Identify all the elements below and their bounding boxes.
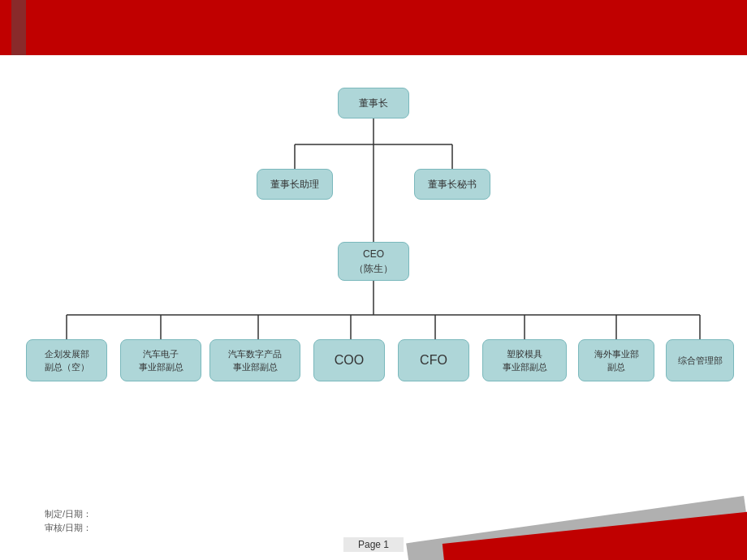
plastic-label: 塑胶模具 事业部副总 — [503, 347, 547, 374]
node-coo: COO — [313, 339, 385, 381]
header-stripe — [11, 0, 26, 55]
header-bar — [0, 0, 747, 55]
footer-page-number: Page 1 — [343, 537, 404, 552]
node-plastic: 塑胶模具 事业部副总 — [482, 339, 567, 381]
node-chairman: 董事长 — [338, 88, 409, 118]
secretary-label: 董事长秘书 — [428, 177, 477, 192]
chairman-label: 董事长 — [359, 96, 388, 110]
footer-bar: 制定/日期： 审核/日期： Page 1 — [0, 487, 747, 560]
general-label: 综合管理部 — [678, 354, 723, 368]
footer-shenhe: 审核/日期： — [45, 521, 92, 536]
cfo-label: CFO — [420, 351, 447, 370]
assistant-label: 董事长助理 — [270, 177, 319, 192]
node-cfo: CFO — [398, 339, 469, 381]
node-auto-elec: 汽车电子 事业部副总 — [120, 339, 201, 381]
node-planning: 企划发展部 副总（空） — [26, 339, 107, 381]
node-secretary: 董事长秘书 — [414, 169, 490, 200]
footer-meta: 制定/日期： 审核/日期： — [45, 507, 92, 536]
overseas-label: 海外事业部 副总 — [594, 347, 639, 374]
planning-label: 企划发展部 副总（空） — [45, 347, 89, 374]
footer-zhiding: 制定/日期： — [45, 507, 92, 522]
node-auto-digital: 汽车数字产品 事业部副总 — [209, 339, 300, 381]
coo-label: COO — [335, 351, 364, 370]
org-chart-wrapper: 董事长 董事长助理 董事长秘书 CEO （陈生） 企划发展部 副总（空） 汽车电… — [0, 63, 747, 487]
node-general: 综合管理部 — [666, 339, 734, 381]
ceo-label: CEO （陈生） — [354, 247, 393, 276]
auto-digital-label: 汽车数字产品 事业部副总 — [228, 347, 282, 374]
node-assistant: 董事长助理 — [257, 169, 333, 200]
node-overseas: 海外事业部 副总 — [578, 339, 654, 381]
auto-elec-label: 汽车电子 事业部副总 — [139, 347, 184, 374]
node-ceo: CEO （陈生） — [338, 242, 409, 281]
